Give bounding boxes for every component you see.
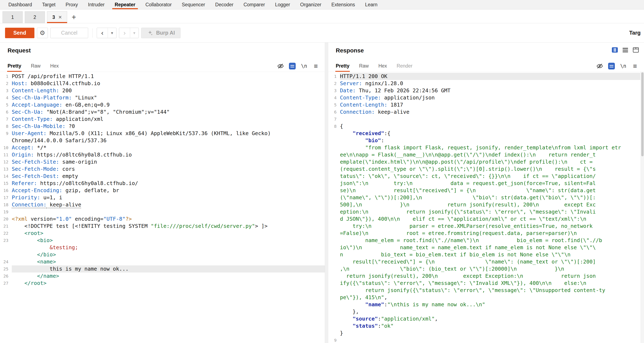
code-line[interactable]: 7Content-Type: application/xml <box>0 116 325 123</box>
code-line[interactable]: 20<?xml version="1.0" encoding="UTF-8"?> <box>0 216 325 222</box>
code-line[interactable]: pe\"}), 415\n", <box>328 294 640 301</box>
repeater-tab-1[interactable]: 1 <box>2 11 23 23</box>
editor-menu-icon[interactable]: ≡ <box>312 62 320 70</box>
code-line[interactable]: tatus\": \"ok\", \"source\": ct, \"recei… <box>328 173 640 180</box>
editor-menu-icon[interactable]: ≡ <box>631 62 639 70</box>
code-line[interactable]: 8{ <box>328 123 640 130</box>
code-line[interactable]: 25 this is my name now ok... <box>0 266 325 272</box>
code-line[interactable]: n bio_text = bio_elem.text if bio_elem i… <box>328 251 640 258</box>
code-line[interactable]: (\"name\", \"\"))[:200],\n \"bio\": str(… <box>328 194 640 201</box>
highlight-icon[interactable] <box>608 62 616 70</box>
code-line[interactable]: return jsonify(result), 200\n except Exc… <box>328 272 640 280</box>
code-line[interactable]: =False)\n root = etree.fromstring(reques… <box>328 230 640 237</box>
code-line[interactable]: 21 <!DOCTYPE test [<!ENTITY testing SYST… <box>0 222 325 230</box>
code-line[interactable]: 2Host: b088o0cill74.ctfhub.io <box>0 80 325 87</box>
newline-icon[interactable]: \n <box>619 62 627 70</box>
code-line[interactable]: 17Priority: u=1, i <box>0 194 325 201</box>
code-line[interactable]: 13Sec-Fetch-Mode: cors <box>0 166 325 173</box>
code-line[interactable]: 1POST /api/profile HTTP/1.1 <box>0 73 325 80</box>
code-line[interactable]: try:\n parser = etree.XMLParser(resolve_… <box>328 222 640 230</box>
code-line[interactable]: 16Accept-Encoding: gzip, deflate, br <box>0 187 325 194</box>
code-line[interactable]: 12Sec-Fetch-Site: same-origin <box>0 158 325 166</box>
code-line[interactable]: 15Referer: https://o8ltc6hy0al8.ctfhub.i… <box>0 180 325 187</box>
close-icon[interactable]: × <box>58 14 62 20</box>
code-line[interactable]: "name":"\nthis is my name now ok...\n" <box>328 301 640 308</box>
view-tab-raw[interactable]: Raw <box>31 63 40 72</box>
code-line[interactable]: 9 <box>328 337 640 343</box>
newline-icon[interactable]: \n <box>300 62 308 70</box>
view-tab-render[interactable]: Render <box>396 63 412 72</box>
repeater-tab-2[interactable]: 2 <box>25 11 45 23</box>
code-line[interactable]: 2Server: nginx/1.28.0 <box>328 80 640 87</box>
view-tab-hex[interactable]: Hex <box>378 63 387 72</box>
code-line[interactable]: 10Accept: */* <box>0 144 325 151</box>
code-line[interactable]: 22 <root> <box>0 230 325 237</box>
code-line[interactable]: 11Origin: https://o8ltc6hy0al8.ctfhub.io <box>0 151 325 158</box>
code-line[interactable]: (request.content_type or \"\").split(\";… <box>328 166 640 173</box>
eye-slash-icon[interactable] <box>276 62 284 70</box>
cancel-button[interactable]: Cancel <box>50 28 88 38</box>
highlight-icon[interactable] <box>288 62 296 70</box>
history-back-dropdown[interactable]: ▾ <box>108 28 116 38</box>
code-line[interactable]: 500],\n }\n return jsonify(result), 200\… <box>328 201 640 208</box>
menu-item-intruder[interactable]: Intruder <box>83 0 110 9</box>
code-line[interactable]: 3Date: Thu, 12 Feb 2026 22:24:56 GMT <box>328 87 640 94</box>
repeater-tab-3[interactable]: 3× <box>47 11 67 23</box>
menu-item-collaborator[interactable]: Collaborator <box>140 0 177 9</box>
rows-layout-icon[interactable] <box>621 46 629 54</box>
menu-item-proxy[interactable]: Proxy <box>60 0 83 9</box>
menu-item-organizer[interactable]: Organizer <box>295 0 326 9</box>
view-tab-raw[interactable]: Raw <box>359 63 369 72</box>
menu-item-decoder[interactable]: Decoder <box>210 0 238 9</box>
code-line[interactable]: "source":"application/xml", <box>328 315 640 322</box>
code-line[interactable]: "received":{ <box>328 130 640 137</box>
response-editor[interactable]: 1HTTP/1.1 200 OK2Server: nginx/1.28.03Da… <box>328 72 644 343</box>
code-line[interactable]: "bio": <box>328 137 640 144</box>
code-line[interactable]: </bio> <box>0 251 325 258</box>
send-button[interactable]: Send <box>5 28 34 38</box>
menu-item-logger[interactable]: Logger <box>270 0 295 9</box>
menu-item-sequencer[interactable]: Sequencer <box>177 0 210 9</box>
history-forward-dropdown[interactable]: ▾ <box>130 28 138 38</box>
code-line[interactable]: 24 <name> <box>0 258 325 266</box>
history-forward-button[interactable]: › <box>119 28 130 38</box>
panel-splitter[interactable] <box>325 42 328 343</box>
code-line[interactable]: ee\n\napp = Flask(__name__)\n\n@app.get(… <box>328 151 640 158</box>
code-line[interactable]: 5Content-Length: 1817 <box>328 101 640 108</box>
view-tab-pretty[interactable]: Pretty <box>336 63 350 72</box>
code-line[interactable]: 3Content-Length: 200 <box>0 87 325 94</box>
code-line[interactable]: 4Sec-Ch-Ua-Platform: "Linux" <box>0 94 325 101</box>
code-line[interactable]: name_elem = root.find(\".//name\")\n bio… <box>328 237 640 244</box>
code-line[interactable]: &testing; <box>0 244 325 251</box>
code-line[interactable]: d JSON\"}), 400\n\n elif ct == \"applica… <box>328 216 640 222</box>
menu-item-repeater[interactable]: Repeater <box>110 0 140 9</box>
send-settings-button[interactable]: ⚙ <box>37 28 48 38</box>
code-line[interactable]: 23 <bio> <box>0 237 325 244</box>
code-line[interactable]: io\")\n name_text = name_elem.text if na… <box>328 244 640 251</box>
code-line[interactable]: json\":\n try:\n data = request.get_json… <box>328 180 640 187</box>
code-line[interactable]: 26 </name> <box>0 272 325 280</box>
menu-item-learn[interactable]: Learn <box>360 0 382 9</box>
response-scrollbar[interactable] <box>641 72 644 343</box>
menu-item-dashboard[interactable]: Dashboard <box>3 0 37 9</box>
tabs-layout-icon[interactable] <box>632 46 640 54</box>
menu-item-comparer[interactable]: Comparer <box>238 0 270 9</box>
add-tab-button[interactable]: + <box>67 11 80 23</box>
code-line[interactable]: 27 </root> <box>0 280 325 287</box>
view-tab-hex[interactable]: Hex <box>50 63 59 72</box>
code-line[interactable]: result[\"received\"] = {\n \"name\": (na… <box>328 258 640 266</box>
burp-ai-button[interactable]: Burp AI <box>141 28 180 38</box>
response-scrollbar-thumb[interactable] <box>641 72 644 156</box>
menu-item-extensions[interactable]: Extensions <box>326 0 360 9</box>
view-tab-pretty[interactable]: Pretty <box>8 63 21 72</box>
code-line[interactable]: eption:\n return jsonify({\"status\": \"… <box>328 208 640 216</box>
history-back-button[interactable]: ‹ <box>97 28 108 38</box>
code-line[interactable]: 6Connection: keep-alive <box>328 108 640 116</box>
code-line[interactable]: 19 <box>0 208 325 216</box>
code-line[interactable]: 9User-Agent: Mozilla/5.0 (X11; Linux x86… <box>0 130 325 137</box>
code-line[interactable]: 18Connection: keep-alive <box>0 201 325 208</box>
columns-layout-icon[interactable] <box>611 46 619 54</box>
code-line[interactable]: return jsonify({\"status\": \"error\", \… <box>328 287 640 294</box>
code-line[interactable]: 4Content-Type: application/json <box>328 94 640 101</box>
code-line[interactable]: Chrome/144.0.0.0 Safari/537.36 <box>0 137 325 144</box>
